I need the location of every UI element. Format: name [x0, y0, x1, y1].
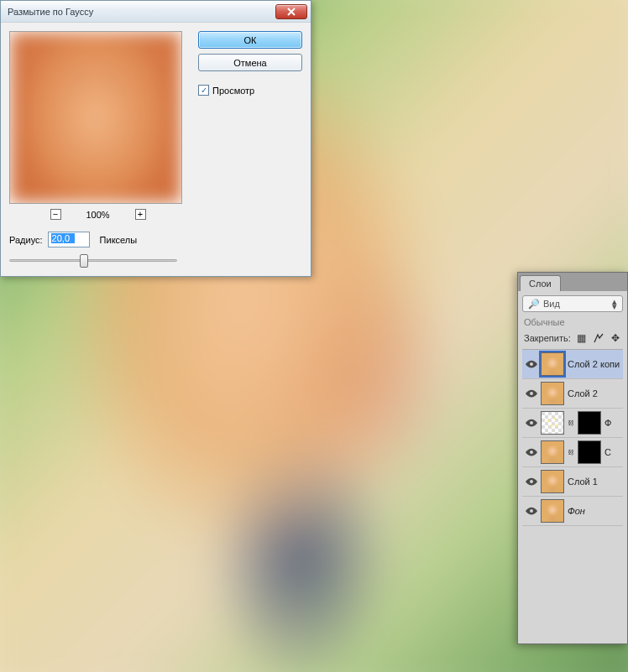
layer-name[interactable]: Ф	[604, 418, 611, 428]
layer-thumbnail[interactable]	[541, 470, 564, 493]
panel-tabs: Слои	[518, 273, 627, 291]
preview-image	[10, 32, 181, 203]
gaussian-blur-dialog: Размытие по Гауссу − 100% + Радиус: 20,0…	[0, 0, 311, 277]
layer-row[interactable]: Слой 2	[522, 379, 623, 409]
panel-empty-area	[522, 526, 623, 643]
layer-row[interactable]: Слой 1	[522, 467, 623, 497]
layers-panel: Слои 🔎 Вид ▴▾ Обычные Закрепить: ▦ ✥ Сло…	[517, 272, 628, 644]
zoom-in-button[interactable]: +	[135, 209, 146, 220]
ok-button[interactable]: ОК	[198, 31, 302, 49]
visibility-eye-icon[interactable]	[526, 505, 537, 517]
layer-filter-dropdown[interactable]: 🔎 Вид ▴▾	[522, 295, 623, 312]
visibility-eye-icon[interactable]	[526, 446, 537, 458]
close-icon	[287, 8, 296, 16]
link-icon[interactable]: ⛓	[568, 419, 574, 427]
cancel-button[interactable]: Отмена	[198, 54, 302, 71]
layer-mask-thumbnail[interactable]	[578, 411, 601, 435]
dialog-titlebar[interactable]: Размытие по Гауссу	[1, 1, 311, 23]
layer-filter-label: Вид	[543, 299, 560, 309]
visibility-eye-icon[interactable]	[526, 358, 537, 370]
layer-name[interactable]: С	[604, 447, 611, 457]
layer-name[interactable]: Слой 1	[568, 477, 598, 487]
layer-row[interactable]: ⛓С	[522, 438, 623, 467]
close-button[interactable]	[275, 4, 307, 19]
link-icon[interactable]: ⛓	[568, 449, 574, 456]
slider-thumb[interactable]	[80, 254, 88, 268]
preview-checkbox-label: Просмотр	[212, 86, 254, 96]
visibility-eye-icon[interactable]	[526, 417, 537, 429]
layer-name[interactable]: Фон	[568, 506, 585, 516]
visibility-eye-icon[interactable]	[526, 476, 537, 487]
tab-layers[interactable]: Слои	[520, 275, 561, 291]
layer-name[interactable]: Слой 2	[568, 388, 598, 399]
layer-thumbnail[interactable]	[541, 382, 564, 405]
dialog-title: Размытие по Гауссу	[8, 7, 93, 17]
radius-input[interactable]: 20,0	[48, 232, 90, 247]
zoom-percent: 100%	[81, 210, 115, 220]
layer-row[interactable]: ⛓Ф	[522, 409, 623, 438]
layer-name[interactable]: Слой 2 копи	[568, 359, 620, 369]
layer-thumbnail[interactable]	[541, 499, 564, 523]
layer-thumbnail[interactable]	[541, 440, 564, 464]
radius-slider[interactable]	[9, 254, 177, 268]
radius-unit: Пикселы	[100, 235, 138, 245]
search-icon: 🔎	[528, 299, 540, 310]
lock-position-icon[interactable]: ✥	[610, 332, 621, 344]
lock-transparent-icon[interactable]: ▦	[576, 332, 588, 344]
preview-checkbox[interactable]: ✓	[198, 85, 209, 96]
dropdown-arrows-icon: ▴▾	[612, 299, 617, 309]
layer-row[interactable]: Фон	[522, 497, 623, 526]
blend-mode-dropdown[interactable]: Обычные	[522, 315, 623, 331]
lock-pixels-icon[interactable]	[593, 332, 604, 344]
layer-thumbnail[interactable]	[541, 411, 564, 435]
zoom-out-button[interactable]: −	[50, 209, 61, 220]
filter-preview[interactable]	[9, 31, 182, 204]
layer-thumbnail[interactable]	[541, 352, 564, 376]
slider-track	[9, 259, 177, 262]
layer-list: Слой 2 копиСлой 2⛓Ф⛓ССлой 1Фон	[522, 350, 623, 526]
layer-row[interactable]: Слой 2 копи	[522, 350, 623, 379]
radius-value: 20,0	[51, 233, 75, 243]
visibility-eye-icon[interactable]	[526, 388, 537, 399]
layer-mask-thumbnail[interactable]	[578, 440, 601, 464]
radius-label: Радиус:	[9, 235, 43, 245]
lock-label: Закрепить:	[524, 333, 571, 343]
